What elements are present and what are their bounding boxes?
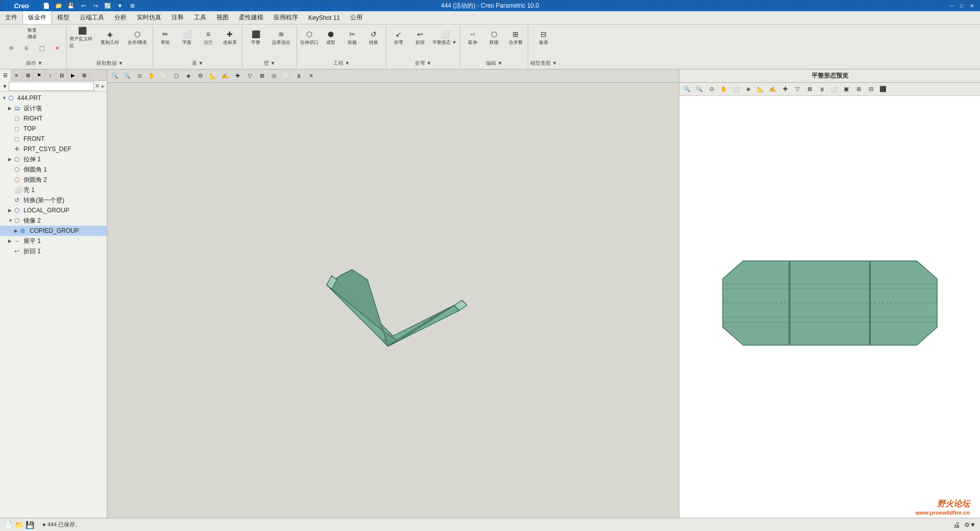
paste-btn[interactable]: 📋 [35,41,49,55]
minimize-button[interactable]: ─ [947,2,955,9]
tree-item-convert1[interactable]: ↺ 转换(第一个壁) [0,195,107,205]
vp-box-zoom[interactable]: ⬜ [158,70,169,82]
status-new-icon[interactable]: 📄 [4,521,13,529]
center-viewport[interactable]: 🔍 🔍 ⊙ ✋ ⬜ ◻ ◈ ⚙ 📐 ✍ ✚ ▽ ⊠ ◎ ⬜ ⏸ ✕ [107,69,679,518]
tree-root[interactable]: ▼ ⬡ 444.PRT [0,93,107,103]
vp-view-orient[interactable]: ◻ [170,70,182,82]
lpt-tree2-btn[interactable]: ≡ [11,69,22,81]
merge-btn[interactable]: ⬡ 合并/继承 [124,27,151,49]
menu-sheetmetal[interactable]: 钣金件 [22,11,52,24]
tree-item-mirror2[interactable]: ▼ ⬡ 镜像 2 [0,215,107,226]
menu-annotation[interactable]: 注释 [166,11,189,24]
rp-shading[interactable]: ◈ [743,84,754,95]
rp-select[interactable]: ✚ [779,84,791,95]
vp-hide[interactable]: ◎ [268,70,280,82]
menu-cloud[interactable]: 云端工具 [75,11,109,24]
connect-btn[interactable]: ⬡ 联接 [484,27,504,49]
sketch-btn[interactable]: ✏ 草绘 [155,27,176,49]
tree-item-right[interactable]: ◻ RIGHT [0,113,107,124]
csys-btn[interactable]: ✚ 坐标系 [219,27,240,49]
plane-btn[interactable]: ⬜ 平面 [177,27,197,49]
3d-viewport[interactable] [107,83,679,518]
menu-view[interactable]: 视图 [211,11,234,24]
tree-item-copied-group[interactable]: ▶ ⧉ COPIED_GROUP [0,226,107,236]
rp-pause[interactable]: ⏸ [816,84,827,95]
flat-preview[interactable] [679,96,980,518]
rp-zoom-out[interactable]: 🔍 [694,84,705,95]
qa-settings[interactable]: ⊞ [128,1,137,10]
vp-pause[interactable]: ⏸ [293,70,304,82]
lpt-grid-btn[interactable]: ⊞ [22,69,34,81]
unbend-btn[interactable]: ↩ 折回 [410,27,430,49]
close-button[interactable]: ✕ [968,2,976,9]
vp-shading[interactable]: ◈ [183,70,194,82]
design-expander[interactable]: ▶ [8,106,14,111]
vp-settings[interactable]: ⚙ [195,70,206,82]
table-btn[interactable]: ⊟ 板表 [532,27,555,49]
status-extra-btn[interactable]: ⚙▼ [964,521,976,528]
menu-apps[interactable]: 应用程序 [268,11,303,24]
vp-zoom-in[interactable]: 🔍 [109,70,120,82]
vp-refit[interactable]: ⬜ [281,70,292,82]
status-print-icon[interactable]: 🖨 [953,521,960,529]
rp-extra[interactable]: ⬛ [877,84,889,95]
search-clear-icon[interactable]: ✕ [95,83,100,89]
tree-item-round1[interactable]: ⬡ 倒圆角 1 [0,164,107,175]
qa-save[interactable]: 💾 [66,1,76,10]
flange-base-btn[interactable]: ≡ 法兰 [198,27,218,49]
root-expander[interactable]: ▼ [2,95,8,101]
lpt-sort-btn[interactable]: ↕ [45,69,56,81]
flat-state-btn[interactable]: ⬜ 平整形态 ▼ [431,27,458,49]
form-btn[interactable]: ⬢ 成型 [321,27,341,49]
search-add-icon[interactable]: + [101,82,105,90]
qa-more[interactable]: ▼ [115,1,125,10]
lpt-ext-btn[interactable]: ⊞ [79,69,90,81]
menu-file[interactable]: 文件 [0,11,22,24]
vp-zoom-out[interactable]: 🔍 [121,70,133,82]
merge-solid-btn[interactable]: ⊞ 合并整 [505,27,526,49]
rp-layout[interactable]: ▣ [841,84,852,95]
menu-model[interactable]: 模型 [52,11,75,24]
tree-item-flatten1[interactable]: ▶ ↔ 展平 1 [0,236,107,246]
menu-simulation[interactable]: 实时仿真 [132,11,166,24]
rp-split[interactable]: ⊞ [853,84,864,95]
menu-keyshot[interactable]: KeyShot 11 [303,11,345,24]
menu-flexible[interactable]: 柔性建模 [234,11,268,24]
vp-pan[interactable]: ✋ [146,70,157,82]
vp-zoom-fit[interactable]: ⊙ [134,70,145,82]
notch-btn[interactable]: ✂ 批裁 [342,27,362,49]
extend-btn[interactable]: ↔ 延伸 [462,27,483,49]
tree-item-round2[interactable]: ⬡ 倒圆角 2 [0,175,107,185]
qa-new[interactable]: 📄 [42,1,51,10]
regenerate-btn[interactable]: ⟳ [4,41,18,55]
tree-item-design[interactable]: ▶ 🗂 设计项 [0,103,107,113]
extrude-cut-btn[interactable]: ⬡ 拉伸切口 [299,27,320,49]
status-open-icon[interactable]: 📁 [15,521,23,529]
copy-geom-btn[interactable]: ◈ 复制几何 [96,27,123,49]
rp-filter[interactable]: ▽ [792,84,803,95]
tree-item-top[interactable]: ◻ TOP [0,124,107,134]
vp-display[interactable]: ⊠ [256,70,267,82]
flat-wall-btn[interactable]: ⬛ 平整 [244,27,267,49]
rp-splitv[interactable]: ⊟ [865,84,876,95]
tree-item-shell1[interactable]: ⬜ 壳 1 [0,185,107,195]
vp-filter[interactable]: ▽ [244,70,255,82]
vp-close[interactable]: ✕ [305,70,316,82]
tree-item-extrude1[interactable]: ▶ ⬡ 拉伸 1 [0,154,107,164]
user-defined-btn[interactable]: ⬛ 用户定义特征 [69,27,95,49]
rp-display[interactable]: ⊠ [804,84,815,95]
convert-btn[interactable]: ↺ 转换 [363,27,384,49]
tree-item-fold1[interactable]: ↩ 折回 1 [0,246,107,256]
rp-box[interactable]: ⬜ [730,84,742,95]
menu-common[interactable]: 公用 [345,11,368,24]
search-input[interactable] [9,82,94,91]
menu-analysis[interactable]: 分析 [109,11,132,24]
vp-annotation[interactable]: ✍ [219,70,231,82]
rp-annot[interactable]: ✍ [767,84,778,95]
rp-zoom-fit[interactable]: ⊙ [706,84,717,95]
tree-item-front[interactable]: ◻ FRONT [0,134,107,144]
rp-zoom-in[interactable]: 🔍 [681,84,693,95]
tree-item-csys[interactable]: ✚ PRT_CSYS_DEF [0,144,107,154]
vp-select[interactable]: ✚ [232,70,243,82]
rp-measure[interactable]: 📐 [755,84,766,95]
